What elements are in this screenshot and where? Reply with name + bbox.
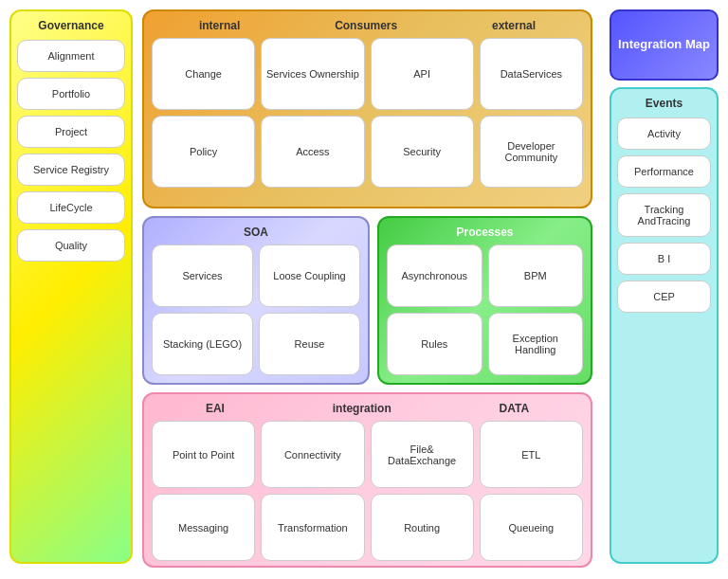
- eai-item-point-to-point[interactable]: Point to Point: [152, 421, 255, 488]
- consumers-panel: internal Consumers external Change Servi…: [142, 9, 592, 208]
- integration-map-label: Integration Map: [618, 37, 710, 53]
- governance-panel: Governance Alignment Portfolio Project S…: [9, 9, 133, 564]
- governance-item-alignment[interactable]: Alignment: [17, 40, 125, 72]
- event-item-performance[interactable]: Performance: [617, 155, 711, 188]
- processes-item-exception-handling[interactable]: Exception Handling: [488, 313, 584, 375]
- events-title: Events: [617, 97, 711, 110]
- governance-item-quality[interactable]: Quality: [17, 229, 125, 262]
- eai-item-messaging[interactable]: Messaging: [152, 494, 255, 561]
- consumers-title-right: external: [492, 19, 536, 32]
- event-item-activity[interactable]: Activity: [617, 118, 711, 150]
- eai-title-center: integration: [333, 402, 391, 415]
- processes-panel: Processes Asynchronous BPM Rules Excepti…: [377, 216, 592, 385]
- governance-item-lifecycle[interactable]: LifeCycle: [17, 191, 125, 224]
- eai-title-left: EAI: [206, 402, 225, 415]
- consumer-item-api[interactable]: API: [371, 38, 474, 110]
- consumers-title-left: internal: [199, 19, 240, 32]
- consumers-grid: Change Services Ownership API DataServic…: [152, 38, 583, 188]
- consumer-item-change[interactable]: Change: [152, 38, 255, 110]
- eai-item-routing[interactable]: Routing: [371, 494, 474, 561]
- eai-item-etl[interactable]: ETL: [480, 421, 583, 488]
- consumer-item-access[interactable]: Access: [261, 116, 364, 188]
- consumer-item-dataservices[interactable]: DataServices: [480, 38, 583, 110]
- eai-item-connectivity[interactable]: Connectivity: [261, 421, 364, 488]
- soa-panel: SOA Services Loose Coupling Stacking (LE…: [142, 216, 370, 385]
- soa-item-reuse[interactable]: Reuse: [259, 313, 360, 375]
- soa-item-loose-coupling[interactable]: Loose Coupling: [259, 244, 360, 307]
- events-panel: Events Activity Performance Tracking And…: [610, 87, 719, 564]
- processes-title: Processes: [387, 226, 583, 239]
- eai-panel: EAI integration DATA Point to Point Conn…: [142, 392, 592, 568]
- eai-item-queueing[interactable]: Queueing: [480, 494, 583, 561]
- consumer-item-services-ownership[interactable]: Services Ownership: [261, 38, 364, 110]
- governance-title: Governance: [17, 19, 125, 32]
- consumer-item-security[interactable]: Security: [371, 116, 474, 188]
- main-container: Governance Alignment Portfolio Project S…: [0, 0, 728, 579]
- governance-item-portfolio[interactable]: Portfolio: [17, 78, 125, 110]
- soa-item-stacking[interactable]: Stacking (LEGO): [152, 313, 253, 375]
- soa-item-services[interactable]: Services: [152, 244, 253, 307]
- governance-item-service-registry[interactable]: Service Registry: [17, 154, 125, 186]
- eai-item-transformation[interactable]: Transformation: [261, 494, 364, 561]
- event-item-tracking[interactable]: Tracking AndTracing: [617, 193, 711, 237]
- soa-grid: Services Loose Coupling Stacking (LEGO) …: [152, 244, 360, 375]
- eai-title: EAI integration DATA: [152, 402, 583, 415]
- eai-title-right: DATA: [500, 402, 530, 415]
- consumer-item-developer-community[interactable]: Developer Community: [480, 116, 583, 188]
- processes-item-asynchronous[interactable]: Asynchronous: [387, 244, 482, 307]
- processes-item-rules[interactable]: Rules: [387, 313, 482, 375]
- consumers-title: internal Consumers external: [152, 19, 583, 32]
- eai-grid: Point to Point Connectivity File& DataEx…: [152, 421, 583, 561]
- integration-map-box[interactable]: Integration Map: [610, 9, 719, 81]
- governance-item-project[interactable]: Project: [17, 116, 125, 148]
- eai-item-file-dataexchange[interactable]: File& DataExchange: [371, 421, 474, 488]
- event-item-cep[interactable]: CEP: [617, 280, 711, 313]
- soa-title: SOA: [152, 226, 360, 239]
- processes-item-bpm[interactable]: BPM: [488, 244, 584, 307]
- event-item-bi[interactable]: B I: [617, 243, 711, 275]
- consumer-item-policy[interactable]: Policy: [152, 116, 255, 188]
- consumers-title-center: Consumers: [335, 19, 397, 32]
- processes-grid: Asynchronous BPM Rules Exception Handlin…: [387, 244, 583, 375]
